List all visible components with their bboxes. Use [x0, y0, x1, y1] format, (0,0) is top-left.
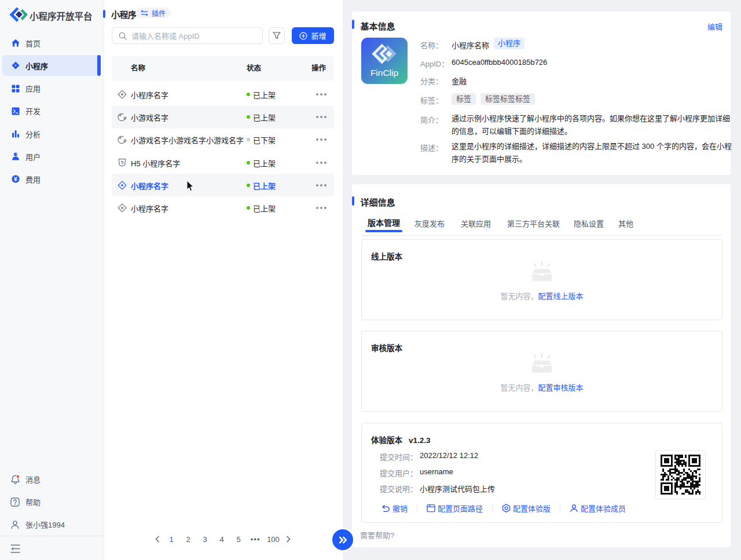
svg-text:5: 5 — [121, 160, 124, 165]
svg-text:FinClip: FinClip — [370, 68, 398, 78]
